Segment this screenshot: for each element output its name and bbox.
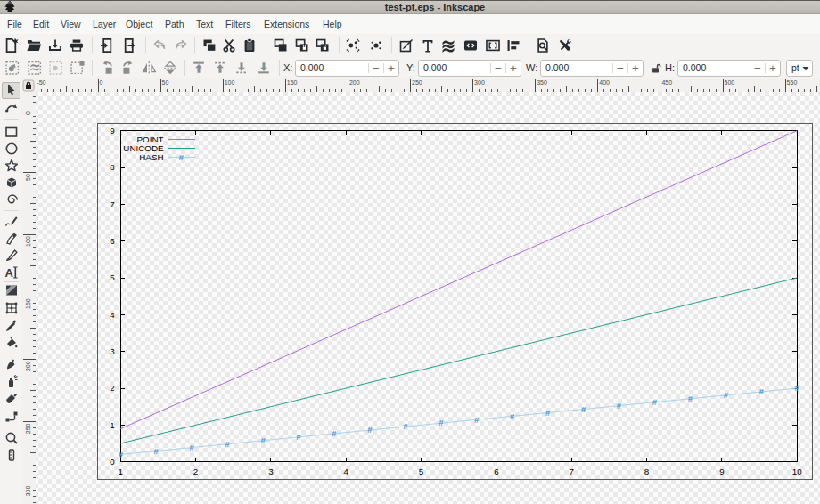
svg-text:0: 0 <box>25 111 31 115</box>
svg-text:#: # <box>474 415 480 425</box>
svg-text:5: 5 <box>419 467 424 476</box>
svg-text:300: 300 <box>25 486 31 497</box>
svg-text:4: 4 <box>110 310 115 320</box>
svg-text:#: # <box>688 394 693 403</box>
svg-text:8: 8 <box>644 467 650 476</box>
svg-text:A: A <box>5 265 14 279</box>
svg-text:7: 7 <box>110 199 114 209</box>
svg-text:#: # <box>581 404 586 414</box>
svg-text:#: # <box>225 439 230 449</box>
svg-text:#: # <box>510 411 515 421</box>
svg-text:HASH: HASH <box>139 152 163 162</box>
svg-text:150: 150 <box>25 298 31 309</box>
svg-text:#: # <box>724 390 729 400</box>
svg-text:#: # <box>617 401 622 411</box>
svg-text:#: # <box>795 383 800 393</box>
svg-text:9: 9 <box>719 467 724 476</box>
svg-text:50: 50 <box>25 174 31 181</box>
svg-text:#: # <box>403 421 408 431</box>
svg-text:7: 7 <box>569 467 573 476</box>
svg-text:1: 1 <box>110 420 114 430</box>
svg-text:200: 200 <box>25 361 31 371</box>
svg-text:#: # <box>439 418 444 427</box>
svg-text:9: 9 <box>110 126 114 135</box>
svg-text:#: # <box>154 446 160 456</box>
svg-text:#: # <box>652 397 658 407</box>
svg-text:10: 10 <box>792 467 802 476</box>
svg-text:8: 8 <box>110 162 115 172</box>
svg-text:6: 6 <box>494 467 499 476</box>
svg-text:#: # <box>179 152 184 162</box>
svg-text:#: # <box>332 428 337 438</box>
svg-text:#: # <box>190 443 195 452</box>
svg-text:6: 6 <box>110 236 115 246</box>
svg-text:#: # <box>119 450 124 459</box>
svg-text:#: # <box>759 386 765 396</box>
svg-text:3: 3 <box>268 467 274 476</box>
svg-text:1: 1 <box>119 467 123 476</box>
svg-text:4: 4 <box>344 467 349 476</box>
svg-text:100: 100 <box>25 236 31 247</box>
svg-text:250: 250 <box>25 423 31 434</box>
svg-text:5: 5 <box>110 272 115 282</box>
svg-text:#: # <box>296 432 301 442</box>
svg-text:#: # <box>260 435 266 445</box>
svg-text:2: 2 <box>110 383 114 393</box>
svg-text:2: 2 <box>193 467 198 476</box>
svg-text:#: # <box>545 408 551 418</box>
svg-text:3: 3 <box>110 346 115 356</box>
svg-text:0: 0 <box>110 457 115 467</box>
svg-text:#: # <box>367 425 373 435</box>
